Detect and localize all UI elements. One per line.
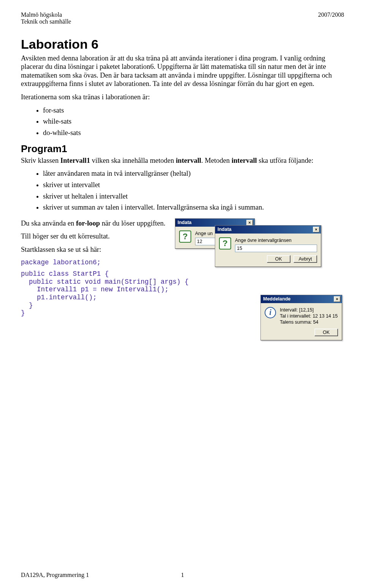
page-header: Malmö högskola Teknik och samhälle 2007/… bbox=[21, 11, 344, 25]
list-item: for-sats bbox=[43, 106, 344, 115]
page-footer: DA129A, Programmering 1 1 bbox=[21, 572, 344, 578]
dialog-stack: Indata × ? Ange un 12 Indata bbox=[175, 218, 344, 292]
intro-paragraph-1: Avsikten med denna laboration är att du … bbox=[21, 54, 344, 88]
footer-page-number: 1 bbox=[181, 572, 184, 578]
dialog-prompt: Ange övre intervallgränsen bbox=[235, 237, 317, 243]
list-item: låter användaren mata in två intervallgr… bbox=[43, 169, 344, 178]
header-year: 2007/2008 bbox=[318, 11, 344, 18]
message-line: Intervall: [12,15] bbox=[280, 307, 338, 313]
page-title: Laboration 6 bbox=[21, 37, 344, 52]
dialog-titlebar: Indata × bbox=[215, 226, 321, 234]
ok-button[interactable]: OK bbox=[267, 255, 290, 263]
message-line: Talens summa: 54 bbox=[280, 319, 338, 325]
code-package-line: package laboration6; bbox=[21, 259, 172, 267]
header-right: 2007/2008 bbox=[318, 11, 344, 25]
list-item: skriver ut summan av talen i intervallet… bbox=[43, 203, 344, 212]
header-school: Malmö högskola bbox=[21, 11, 71, 18]
see-right-note: Till höger ser du ett körresultat. bbox=[21, 232, 172, 241]
input-dialog-2: Indata × ? Ange övre intervallgränsen 15… bbox=[215, 225, 321, 267]
info-icon: i bbox=[265, 307, 276, 318]
startclass-note: Startklassen ska se ut så här: bbox=[21, 245, 172, 254]
forloop-note: Du ska använda en for-loop när du löser … bbox=[21, 219, 172, 228]
dialog-title: Meddelande bbox=[263, 296, 290, 302]
ok-button[interactable]: OK bbox=[314, 329, 338, 336]
intro-paragraph-2: Iterationerna som ska tränas i laboratio… bbox=[21, 93, 344, 102]
message-dialog: Meddelande × i Intervall: [12,15] Tal i … bbox=[260, 295, 342, 340]
close-icon[interactable]: × bbox=[313, 227, 319, 232]
question-icon: ? bbox=[219, 237, 231, 250]
program1-heading: Program1 bbox=[21, 143, 344, 155]
dialog-title: Indata bbox=[178, 220, 192, 225]
dialog-input[interactable]: 15 bbox=[235, 245, 317, 252]
close-icon[interactable]: × bbox=[246, 220, 253, 226]
cancel-button[interactable]: Avbryt bbox=[294, 255, 317, 263]
header-department: Teknik och samhälle bbox=[21, 18, 71, 25]
list-item: do-while-sats bbox=[43, 129, 344, 138]
footer-course: DA129A, Programmering 1 bbox=[21, 572, 89, 578]
header-left: Malmö högskola Teknik och samhälle bbox=[21, 11, 71, 25]
program1-steps: låter användaren mata in två intervallgr… bbox=[21, 169, 344, 212]
question-icon: ? bbox=[179, 230, 191, 243]
iteration-list: for-sats while-sats do-while-sats bbox=[21, 106, 344, 138]
list-item: skriver ut heltalen i intervallet bbox=[43, 192, 344, 201]
dialog-titlebar: Meddelande × bbox=[261, 295, 342, 303]
close-icon[interactable]: × bbox=[334, 296, 340, 302]
list-item: skriver ut intervallet bbox=[43, 181, 344, 190]
dialog-title: Indata bbox=[217, 227, 232, 232]
code-class-block: public class StartP1 { public static voi… bbox=[21, 270, 172, 317]
message-line: Tal i intervallet: 12 13 14 15 bbox=[280, 313, 338, 319]
program1-description: Skriv klassen Intervall1 vilken ska inne… bbox=[21, 156, 344, 165]
list-item: while-sats bbox=[43, 117, 344, 126]
